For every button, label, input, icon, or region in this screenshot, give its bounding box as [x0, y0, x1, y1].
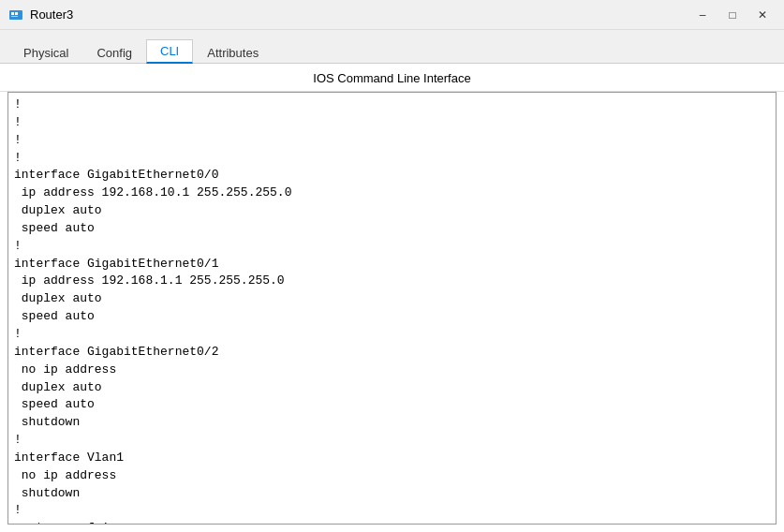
main-content: IOS Command Line Interface [0, 64, 784, 532]
maximize-button[interactable]: □ [718, 6, 747, 24]
svg-rect-3 [11, 16, 18, 17]
tab-attributes[interactable]: Attributes [193, 41, 273, 64]
tab-config[interactable]: Config [82, 41, 146, 64]
cli-textarea[interactable] [8, 93, 776, 524]
section-title: IOS Command Line Interface [0, 64, 784, 92]
app-icon [7, 7, 24, 23]
tab-physical[interactable]: Physical [9, 41, 82, 64]
window-title: Router3 [30, 7, 688, 22]
close-button[interactable]: ✕ [748, 6, 777, 24]
cli-wrapper [7, 92, 777, 525]
tab-cli[interactable]: CLI [146, 39, 193, 64]
minimize-button[interactable]: – [688, 6, 717, 24]
title-bar: Router3 – □ ✕ [0, 0, 784, 30]
window-controls: – □ ✕ [688, 6, 777, 24]
tab-bar: PhysicalConfigCLIAttributes [0, 30, 784, 64]
svg-rect-2 [15, 12, 18, 15]
svg-rect-1 [11, 12, 14, 15]
